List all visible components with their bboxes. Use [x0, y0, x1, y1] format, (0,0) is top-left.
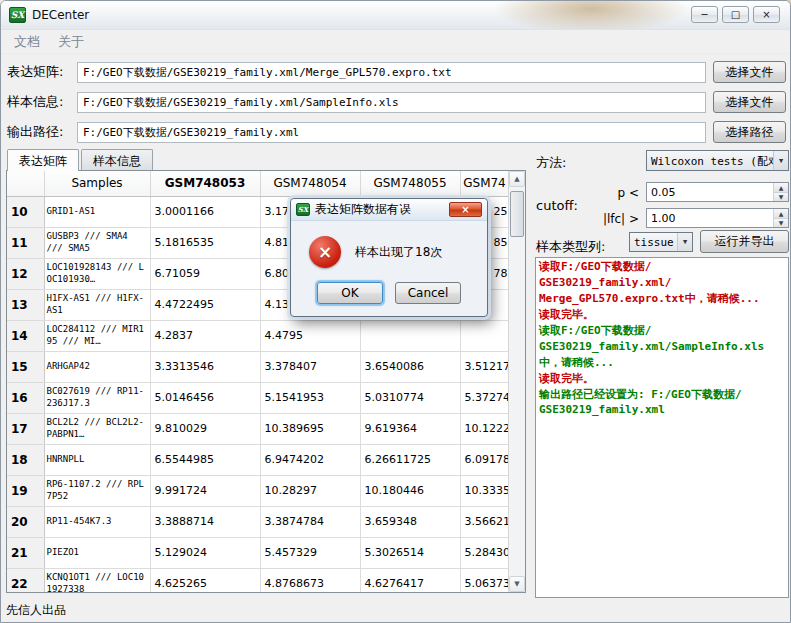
dialog-titlebar[interactable]: SX 表达矩阵数据有误 × — [291, 199, 487, 221]
cell-value[interactable]: 10.389695 — [260, 413, 360, 444]
table-row[interactable]: 16BC027619 /// RP11-236J17.35.01464565.1… — [7, 382, 508, 413]
run-export-button[interactable]: 运行并导出 — [700, 230, 789, 253]
spinner-down-icon[interactable]: ▼ — [774, 192, 788, 202]
cell-value[interactable]: 9.810029 — [150, 413, 260, 444]
scrollbar-thumb[interactable] — [510, 191, 524, 237]
cell-value[interactable]: 10.12221 — [460, 413, 508, 444]
sample-type-select[interactable]: tissue ▼ — [629, 232, 693, 252]
cell-value[interactable]: 6.26611725 — [360, 444, 460, 475]
spinner-down-icon[interactable]: ▼ — [774, 218, 788, 228]
sample-name[interactable]: RP6-1107.2 /// RPL7P52 — [44, 475, 150, 506]
sample-name[interactable]: PIEZO1 — [44, 537, 150, 568]
choose-output-path-button[interactable]: 选择路径 — [713, 121, 786, 143]
cell-value[interactable]: 10.33350 — [460, 475, 508, 506]
column-header-samples[interactable]: Samples — [44, 171, 150, 196]
table-row[interactable]: 18HNRNPLL6.55449856.94742026.266117256.0… — [7, 444, 508, 475]
row-number[interactable]: 11 — [7, 227, 44, 258]
method-select[interactable]: Wilcoxon tests (配对) ▼ — [646, 150, 789, 171]
column-header-gsm748054[interactable]: GSM748054 — [260, 171, 360, 196]
cell-value[interactable]: 5.0310774 — [360, 382, 460, 413]
sample-name[interactable]: LOC284112 /// MIR195 /// MI… — [44, 320, 150, 351]
row-number[interactable]: 18 — [7, 444, 44, 475]
cell-value[interactable]: 5.1541953 — [260, 382, 360, 413]
output-path-input[interactable] — [77, 122, 706, 143]
expression-matrix-path-input[interactable] — [77, 62, 706, 83]
cancel-button[interactable]: Cancel — [395, 282, 461, 304]
row-number[interactable]: 16 — [7, 382, 44, 413]
cell-value[interactable]: 6.9474202 — [260, 444, 360, 475]
column-header-gsm74[interactable]: GSM74 — [460, 171, 508, 196]
table-row[interactable]: 22KCNQ1OT1 /// LOC1019273384.6252654.876… — [7, 568, 508, 592]
cell-value[interactable] — [460, 320, 508, 351]
scroll-down-icon[interactable]: ▼ — [509, 576, 525, 592]
ok-button[interactable]: OK — [317, 282, 383, 304]
row-number[interactable]: 10 — [7, 196, 44, 227]
sample-name[interactable]: HNRNPLL — [44, 444, 150, 475]
spinner-up-icon[interactable]: ▲ — [774, 209, 788, 218]
corner-header[interactable] — [7, 171, 44, 196]
cell-value[interactable]: 9.619364 — [360, 413, 460, 444]
sample-name[interactable]: KCNQ1OT1 /// LOC101927338 — [44, 568, 150, 592]
row-number[interactable]: 19 — [7, 475, 44, 506]
cell-value[interactable]: 3.6540086 — [360, 351, 460, 382]
sample-name[interactable]: BC027619 /// RP11-236J17.3 — [44, 382, 150, 413]
cell-value[interactable]: 6.71059 — [150, 258, 260, 289]
cell-value[interactable]: 5.129024 — [150, 537, 260, 568]
sample-name[interactable]: GUSBP3 /// SMA4 /// SMA5 — [44, 227, 150, 258]
column-header-gsm748053[interactable]: GSM748053 — [150, 171, 260, 196]
menu-item-document[interactable]: 文档 — [5, 30, 49, 54]
table-row[interactable]: 17BCL2L2 /// BCL2L2-PABPN1…9.81002910.38… — [7, 413, 508, 444]
cell-value[interactable]: 4.8768673 — [260, 568, 360, 592]
table-row[interactable]: 21PIEZO15.1290245.4573295.30265145.28430… — [7, 537, 508, 568]
dialog-close-button[interactable]: × — [449, 202, 482, 217]
cell-value[interactable]: 3.3313546 — [150, 351, 260, 382]
row-number[interactable]: 12 — [7, 258, 44, 289]
lfc-value-spinner[interactable]: 1.00 ▲ ▼ — [646, 208, 789, 228]
cell-value[interactable]: 10.28297 — [260, 475, 360, 506]
cell-value[interactable]: 5.063733 — [460, 568, 508, 592]
scroll-up-icon[interactable]: ▲ — [509, 171, 525, 187]
close-button[interactable]: × — [753, 6, 780, 23]
cell-value[interactable]: 5.0146456 — [150, 382, 260, 413]
table-row[interactable]: 15ARHGAP423.33135463.3784073.65400863.51… — [7, 351, 508, 382]
sample-name[interactable]: BCL2L2 /// BCL2L2-PABPN1… — [44, 413, 150, 444]
cell-value[interactable]: 4.6276417 — [360, 568, 460, 592]
cell-value[interactable]: 5.1816535 — [150, 227, 260, 258]
cell-value[interactable] — [360, 320, 460, 351]
cell-value[interactable]: 3.659348 — [360, 506, 460, 537]
cell-value[interactable]: 10.180446 — [360, 475, 460, 506]
sample-info-path-input[interactable] — [77, 92, 706, 113]
spinner-up-icon[interactable]: ▲ — [774, 183, 788, 192]
cell-value[interactable]: 4.4722495 — [150, 289, 260, 320]
cell-value[interactable]: 5.457329 — [260, 537, 360, 568]
minimize-button[interactable]: ─ — [691, 6, 718, 23]
row-number[interactable]: 15 — [7, 351, 44, 382]
table-row[interactable]: 19RP6-1107.2 /// RPL7P529.99172410.28297… — [7, 475, 508, 506]
choose-sample-file-button[interactable]: 选择文件 — [713, 91, 786, 113]
cell-value[interactable]: 6.091780 — [460, 444, 508, 475]
cell-value[interactable]: 3.378407 — [260, 351, 360, 382]
cell-value[interactable]: 4.4795 — [260, 320, 360, 351]
cell-value[interactable]: 3.0001166 — [150, 196, 260, 227]
sample-name[interactable]: GRID1-AS1 — [44, 196, 150, 227]
log-area[interactable]: 读取F:/GEO下载数据/GSE30219_family.xml/Merge_G… — [535, 257, 789, 598]
tab-expression-matrix[interactable]: 表达矩阵 — [7, 149, 79, 171]
p-value-spinner[interactable]: 0.05 ▲ ▼ — [646, 182, 789, 202]
cell-value[interactable]: 3.3888714 — [150, 506, 260, 537]
cell-value[interactable]: 3.512179 — [460, 351, 508, 382]
row-number[interactable]: 14 — [7, 320, 44, 351]
cell-value[interactable]: 5.3026514 — [360, 537, 460, 568]
cell-value[interactable]: 9.991724 — [150, 475, 260, 506]
table-row[interactable]: 20RP11-454K7.33.38887143.38747843.659348… — [7, 506, 508, 537]
row-number[interactable]: 13 — [7, 289, 44, 320]
cell-value[interactable]: 3.566214 — [460, 506, 508, 537]
row-number[interactable]: 22 — [7, 568, 44, 592]
sample-name[interactable]: ARHGAP42 — [44, 351, 150, 382]
table-row[interactable]: 14LOC284112 /// MIR195 /// MI…4.28374.47… — [7, 320, 508, 351]
sample-name[interactable]: H1FX-AS1 /// H1FX-AS1 — [44, 289, 150, 320]
menu-item-about[interactable]: 关于 — [49, 30, 93, 54]
column-header-gsm748055[interactable]: GSM748055 — [360, 171, 460, 196]
titlebar[interactable]: SX DECenter ─ □ × — [1, 1, 790, 30]
vertical-scrollbar[interactable]: ▲ ▼ — [508, 171, 525, 592]
row-number[interactable]: 20 — [7, 506, 44, 537]
